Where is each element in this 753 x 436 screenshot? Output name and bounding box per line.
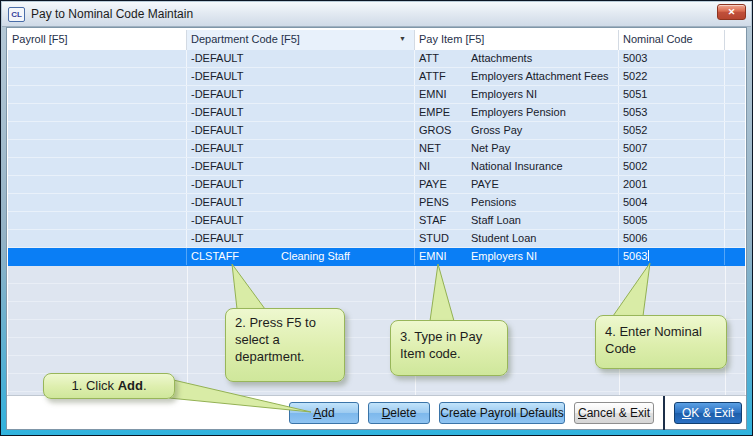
- cell-pay-item: EMPE Employers Pension: [415, 104, 619, 121]
- pay-item-code: NET: [419, 140, 471, 157]
- pay-item-name: Staff Loan: [471, 212, 521, 229]
- window-title: Pay to Nominal Code Maintain: [31, 7, 193, 21]
- cell-department: -DEFAULT: [187, 194, 415, 211]
- button-bar-divider: [663, 396, 665, 430]
- pay-item-name: Attachments: [471, 50, 532, 67]
- cell-department: -DEFAULT: [187, 86, 415, 103]
- cell-payroll: [8, 122, 187, 139]
- nominal-code-value: 5053: [623, 106, 647, 118]
- pay-item-code: ATTF: [419, 68, 471, 85]
- pay-item-name: Gross Pay: [471, 122, 522, 139]
- department-code: -DEFAULT: [191, 104, 281, 121]
- text-caret: [648, 250, 649, 261]
- cell-department: -DEFAULT: [187, 212, 415, 229]
- callout-step2: 2. Press F5 to select a department.: [225, 308, 345, 382]
- nominal-code-value: 5003: [623, 52, 647, 64]
- nominal-code-value: 5004: [623, 196, 647, 208]
- callout-step1: 1. Click Add.: [43, 373, 175, 399]
- table-row[interactable]: -DEFAULT STUD Student Loan 5006: [8, 230, 745, 248]
- pay-item-name: Student Loan: [471, 230, 536, 247]
- department-code: -DEFAULT: [191, 140, 281, 157]
- cell-filler: [725, 86, 745, 103]
- table-row[interactable]: CLSTAFF Cleaning Staff EMNI Employers NI…: [8, 248, 745, 266]
- ok-exit-button[interactable]: OK & Exit: [674, 402, 742, 424]
- cell-filler: [725, 158, 745, 175]
- cell-payroll: [8, 140, 187, 157]
- cell-pay-item: EMNI Employers NI: [415, 248, 619, 265]
- dialog-content: Payroll [F5] Department Code [F5] ▼ Pay …: [6, 27, 747, 430]
- column-header-payroll[interactable]: Payroll [F5]: [8, 30, 187, 50]
- callout-step1-text: 1. Click Add.: [71, 378, 146, 393]
- cell-nominal-code: 5052: [619, 122, 725, 139]
- department-code: -DEFAULT: [191, 122, 281, 139]
- nominal-code-value: 5052: [623, 124, 647, 136]
- table-row[interactable]: -DEFAULT PAYE PAYE 2001: [8, 176, 745, 194]
- cell-department: -DEFAULT: [187, 122, 415, 139]
- department-code: -DEFAULT: [191, 176, 281, 193]
- cell-payroll: [8, 230, 187, 247]
- cell-nominal-code: 5004: [619, 194, 725, 211]
- nominal-code-value: 5002: [623, 160, 647, 172]
- column-header-department-label: Department Code [F5]: [191, 33, 300, 45]
- cell-filler: [725, 176, 745, 193]
- close-button[interactable]: ✕: [717, 4, 746, 20]
- pay-item-name: Net Pay: [471, 140, 510, 157]
- column-header-nominal-code[interactable]: Nominal Code: [619, 30, 725, 50]
- pay-item-name: Pensions: [471, 194, 516, 211]
- pay-item-code: NI: [419, 158, 471, 175]
- cell-nominal-code: 2001: [619, 176, 725, 193]
- cell-nominal-code: 5003: [619, 50, 725, 67]
- create-payroll-defaults-button[interactable]: Create Payroll Defaults: [439, 402, 565, 424]
- cell-payroll: [8, 158, 187, 175]
- cell-pay-item: NET Net Pay: [415, 140, 619, 157]
- column-header-department[interactable]: Department Code [F5] ▼: [187, 30, 415, 50]
- title-bar[interactable]: CL Pay to Nominal Code Maintain ✕: [2, 2, 751, 27]
- dialog-window: CL Pay to Nominal Code Maintain ✕ Payrol…: [0, 0, 753, 436]
- add-button[interactable]: Add: [289, 402, 359, 424]
- cell-filler: [725, 212, 745, 229]
- cell-payroll: [8, 50, 187, 67]
- cell-pay-item: ATTF Employers Attachment Fees: [415, 68, 619, 85]
- cell-filler: [725, 122, 745, 139]
- column-header-filler: [725, 30, 745, 50]
- cancel-exit-button[interactable]: Cancel & Exit: [574, 402, 654, 424]
- pay-item-code: EMPE: [419, 104, 471, 121]
- table-row[interactable]: -DEFAULT STAF Staff Loan 5005: [8, 212, 745, 230]
- nominal-code-value: 5006: [623, 232, 647, 244]
- table-row[interactable]: -DEFAULT EMPE Employers Pension 5053: [8, 104, 745, 122]
- nominal-code-value: 5022: [623, 70, 647, 82]
- pay-item-name: Employers Pension: [471, 104, 566, 121]
- table-row[interactable]: -DEFAULT ATT Attachments 5003: [8, 50, 745, 68]
- table-row[interactable]: -DEFAULT EMNI Employers NI 5051: [8, 86, 745, 104]
- sort-dropdown-icon[interactable]: ▼: [399, 35, 406, 42]
- cell-pay-item: STAF Staff Loan: [415, 212, 619, 229]
- grid-header-row: Payroll [F5] Department Code [F5] ▼ Pay …: [8, 30, 745, 50]
- cell-filler: [725, 104, 745, 121]
- pay-item-code: PENS: [419, 194, 471, 211]
- callout-step4: 4. Enter Nominal Code: [595, 315, 727, 369]
- table-row[interactable]: -DEFAULT GROS Gross Pay 5052: [8, 122, 745, 140]
- department-code: -DEFAULT: [191, 68, 281, 85]
- cell-nominal-code: 5051: [619, 86, 725, 103]
- pay-item-code: STUD: [419, 230, 471, 247]
- column-header-pay-item[interactable]: Pay Item [F5]: [415, 30, 619, 50]
- department-code: CLSTAFF: [191, 248, 281, 265]
- cell-nominal-code: 5007: [619, 140, 725, 157]
- pay-item-name: Employers NI: [471, 248, 537, 265]
- cell-filler: [725, 194, 745, 211]
- cell-nominal-code: 5022: [619, 68, 725, 85]
- table-body: -DEFAULT ATT Attachments 5003 -DEFAULT A…: [8, 50, 745, 266]
- pay-item-name: PAYE: [471, 176, 499, 193]
- department-name: Cleaning Staff: [281, 248, 350, 265]
- cell-payroll: [8, 194, 187, 211]
- table-row[interactable]: -DEFAULT PENS Pensions 5004: [8, 194, 745, 212]
- table-row[interactable]: -DEFAULT NI National Insurance 5002: [8, 158, 745, 176]
- table-row[interactable]: -DEFAULT ATTF Employers Attachment Fees …: [8, 68, 745, 86]
- cell-pay-item: EMNI Employers NI: [415, 86, 619, 103]
- table-row[interactable]: -DEFAULT NET Net Pay 5007: [8, 140, 745, 158]
- cell-filler: [725, 248, 745, 265]
- cell-nominal-code: 5063: [619, 248, 725, 265]
- delete-button[interactable]: Delete: [368, 402, 430, 424]
- pay-item-name: Employers Attachment Fees: [471, 68, 609, 85]
- button-bar: Add Delete Create Payroll Defaults Cance…: [7, 395, 746, 429]
